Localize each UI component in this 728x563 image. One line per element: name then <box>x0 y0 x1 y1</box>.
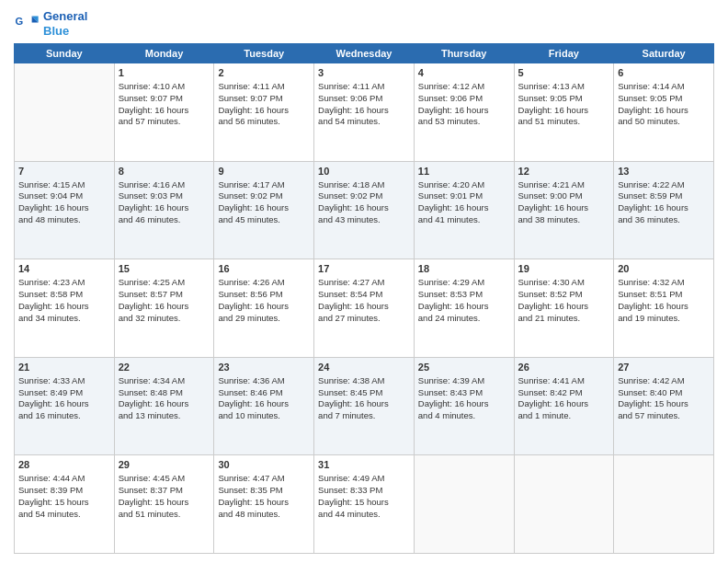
day-number: 24 <box>318 361 410 374</box>
calendar-cell: 3Sunrise: 4:11 AM Sunset: 9:06 PM Daylig… <box>314 63 415 162</box>
day-number: 9 <box>218 165 310 178</box>
calendar-cell: 13Sunrise: 4:22 AM Sunset: 8:59 PM Dayli… <box>614 161 714 259</box>
calendar-cell: 24Sunrise: 4:38 AM Sunset: 8:45 PM Dayli… <box>314 357 415 455</box>
calendar-cell: 10Sunrise: 4:18 AM Sunset: 9:02 PM Dayli… <box>314 161 415 259</box>
calendar-cell: 9Sunrise: 4:17 AM Sunset: 9:02 PM Daylig… <box>214 161 314 259</box>
calendar-cell: 18Sunrise: 4:29 AM Sunset: 8:53 PM Dayli… <box>414 259 514 358</box>
header-tuesday: Tuesday <box>214 44 314 63</box>
day-number: 17 <box>318 262 410 276</box>
calendar-week-5: 28Sunrise: 4:44 AM Sunset: 8:39 PM Dayli… <box>15 455 714 554</box>
calendar-cell: 21Sunrise: 4:33 AM Sunset: 8:49 PM Dayli… <box>15 357 115 455</box>
day-number: 15 <box>119 262 210 276</box>
day-detail: Sunrise: 4:25 AM Sunset: 8:57 PM Dayligh… <box>119 277 210 324</box>
calendar-cell: 19Sunrise: 4:30 AM Sunset: 8:52 PM Dayli… <box>514 259 614 358</box>
calendar-cell: 28Sunrise: 4:44 AM Sunset: 8:39 PM Dayli… <box>15 455 115 554</box>
day-number: 8 <box>119 165 210 178</box>
calendar-cell: 6Sunrise: 4:14 AM Sunset: 9:05 PM Daylig… <box>614 63 714 162</box>
page-header: G General Blue <box>14 9 714 38</box>
calendar-week-4: 21Sunrise: 4:33 AM Sunset: 8:49 PM Dayli… <box>15 357 714 455</box>
calendar-week-1: 1Sunrise: 4:10 AM Sunset: 9:07 PM Daylig… <box>15 63 714 162</box>
calendar-cell: 29Sunrise: 4:45 AM Sunset: 8:37 PM Dayli… <box>114 455 214 554</box>
calendar-cell: 11Sunrise: 4:20 AM Sunset: 9:01 PM Dayli… <box>414 161 514 259</box>
calendar-cell <box>414 455 514 554</box>
day-detail: Sunrise: 4:44 AM Sunset: 8:39 PM Dayligh… <box>18 473 110 520</box>
day-detail: Sunrise: 4:11 AM Sunset: 9:06 PM Dayligh… <box>318 81 410 128</box>
day-number: 2 <box>218 66 310 80</box>
day-number: 31 <box>318 458 410 472</box>
calendar-cell: 1Sunrise: 4:10 AM Sunset: 9:07 PM Daylig… <box>114 63 214 162</box>
day-detail: Sunrise: 4:20 AM Sunset: 9:01 PM Dayligh… <box>418 179 510 226</box>
calendar-cell: 30Sunrise: 4:47 AM Sunset: 8:35 PM Dayli… <box>214 455 314 554</box>
logo-line2: Blue <box>43 24 87 39</box>
calendar-cell: 16Sunrise: 4:26 AM Sunset: 8:56 PM Dayli… <box>214 259 314 358</box>
day-detail: Sunrise: 4:21 AM Sunset: 9:00 PM Dayligh… <box>518 179 610 226</box>
day-detail: Sunrise: 4:33 AM Sunset: 8:49 PM Dayligh… <box>18 375 110 422</box>
calendar-cell: 8Sunrise: 4:16 AM Sunset: 9:03 PM Daylig… <box>114 161 214 259</box>
calendar-cell: 20Sunrise: 4:32 AM Sunset: 8:51 PM Dayli… <box>614 259 714 358</box>
header-monday: Monday <box>114 44 214 63</box>
day-number: 23 <box>218 361 310 374</box>
day-number: 3 <box>318 66 410 80</box>
day-number: 22 <box>119 361 210 374</box>
day-detail: Sunrise: 4:14 AM Sunset: 9:05 PM Dayligh… <box>618 81 710 128</box>
day-detail: Sunrise: 4:49 AM Sunset: 8:33 PM Dayligh… <box>318 473 410 520</box>
calendar-cell: 14Sunrise: 4:23 AM Sunset: 8:58 PM Dayli… <box>15 259 115 358</box>
day-detail: Sunrise: 4:15 AM Sunset: 9:04 PM Dayligh… <box>18 179 110 226</box>
calendar-table: Sunday Monday Tuesday Wednesday Thursday… <box>14 43 714 554</box>
day-number: 18 <box>418 262 510 276</box>
day-detail: Sunrise: 4:10 AM Sunset: 9:07 PM Dayligh… <box>119 81 210 128</box>
day-detail: Sunrise: 4:30 AM Sunset: 8:52 PM Dayligh… <box>518 277 610 324</box>
calendar-week-3: 14Sunrise: 4:23 AM Sunset: 8:58 PM Dayli… <box>15 259 714 358</box>
day-number: 1 <box>119 66 210 80</box>
day-number: 27 <box>618 361 710 374</box>
calendar-cell <box>614 455 714 554</box>
calendar-cell: 2Sunrise: 4:11 AM Sunset: 9:07 PM Daylig… <box>214 63 314 162</box>
header-wednesday: Wednesday <box>314 44 415 63</box>
svg-text:G: G <box>15 16 23 27</box>
calendar-cell: 17Sunrise: 4:27 AM Sunset: 8:54 PM Dayli… <box>314 259 415 358</box>
day-number: 26 <box>518 361 610 374</box>
day-detail: Sunrise: 4:11 AM Sunset: 9:07 PM Dayligh… <box>218 81 310 128</box>
day-number: 10 <box>318 165 410 178</box>
calendar-cell: 26Sunrise: 4:41 AM Sunset: 8:42 PM Dayli… <box>514 357 614 455</box>
calendar-cell: 22Sunrise: 4:34 AM Sunset: 8:48 PM Dayli… <box>114 357 214 455</box>
day-detail: Sunrise: 4:45 AM Sunset: 8:37 PM Dayligh… <box>119 473 210 520</box>
day-number: 4 <box>418 66 510 80</box>
day-detail: Sunrise: 4:12 AM Sunset: 9:06 PM Dayligh… <box>418 81 510 128</box>
logo: G General Blue <box>14 9 87 38</box>
calendar-cell: 12Sunrise: 4:21 AM Sunset: 9:00 PM Dayli… <box>514 161 614 259</box>
calendar-week-2: 7Sunrise: 4:15 AM Sunset: 9:04 PM Daylig… <box>15 161 714 259</box>
logo-line1: General <box>43 9 87 24</box>
day-number: 25 <box>418 361 510 374</box>
calendar-cell: 7Sunrise: 4:15 AM Sunset: 9:04 PM Daylig… <box>15 161 115 259</box>
day-detail: Sunrise: 4:38 AM Sunset: 8:45 PM Dayligh… <box>318 375 410 422</box>
day-number: 29 <box>119 458 210 472</box>
day-number: 30 <box>218 458 310 472</box>
day-number: 7 <box>18 165 110 178</box>
calendar-cell: 23Sunrise: 4:36 AM Sunset: 8:46 PM Dayli… <box>214 357 314 455</box>
calendar-cell <box>15 63 115 162</box>
day-detail: Sunrise: 4:47 AM Sunset: 8:35 PM Dayligh… <box>218 473 310 520</box>
calendar-header-row: Sunday Monday Tuesday Wednesday Thursday… <box>15 44 714 63</box>
day-detail: Sunrise: 4:13 AM Sunset: 9:05 PM Dayligh… <box>518 81 610 128</box>
day-detail: Sunrise: 4:32 AM Sunset: 8:51 PM Dayligh… <box>618 277 710 324</box>
header-saturday: Saturday <box>614 44 714 63</box>
calendar-cell: 27Sunrise: 4:42 AM Sunset: 8:40 PM Dayli… <box>614 357 714 455</box>
day-number: 19 <box>518 262 610 276</box>
day-number: 21 <box>18 361 110 374</box>
calendar-cell: 15Sunrise: 4:25 AM Sunset: 8:57 PM Dayli… <box>114 259 214 358</box>
calendar-cell: 31Sunrise: 4:49 AM Sunset: 8:33 PM Dayli… <box>314 455 415 554</box>
day-number: 6 <box>618 66 710 80</box>
header-sunday: Sunday <box>15 44 115 63</box>
calendar-cell: 25Sunrise: 4:39 AM Sunset: 8:43 PM Dayli… <box>414 357 514 455</box>
header-friday: Friday <box>514 44 614 63</box>
day-number: 16 <box>218 262 310 276</box>
day-detail: Sunrise: 4:42 AM Sunset: 8:40 PM Dayligh… <box>618 375 710 422</box>
day-number: 20 <box>618 262 710 276</box>
calendar-cell: 5Sunrise: 4:13 AM Sunset: 9:05 PM Daylig… <box>514 63 614 162</box>
day-number: 5 <box>518 66 610 80</box>
day-detail: Sunrise: 4:16 AM Sunset: 9:03 PM Dayligh… <box>119 179 210 226</box>
calendar-cell <box>514 455 614 554</box>
day-number: 11 <box>418 165 510 178</box>
logo-icon: G <box>14 11 40 37</box>
